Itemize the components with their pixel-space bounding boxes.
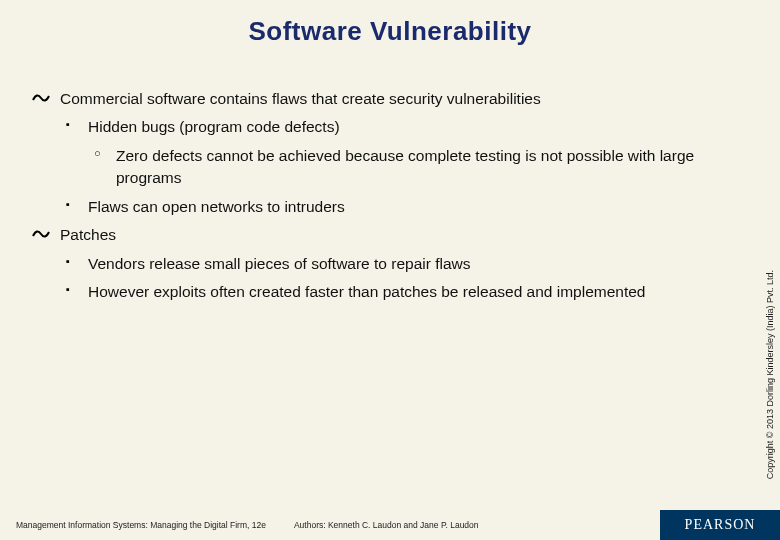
bullet-text: Hidden bugs (program code defects) [88, 118, 340, 135]
slide-title: Software Vulnerability [0, 0, 780, 47]
footer: Management Information Systems: Managing… [0, 510, 780, 540]
publisher-logo: PEARSON [660, 510, 780, 540]
bullet-text: Patches [60, 226, 116, 243]
bullet-level3: Zero defects cannot be achieved because … [32, 145, 720, 190]
wave-bullet-icon [32, 90, 52, 106]
bullet-text: Flaws can open networks to intruders [88, 198, 345, 215]
bullet-level1: Commercial software contains flaws that … [32, 88, 720, 110]
slide: Software Vulnerability Commercial softwa… [0, 0, 780, 540]
bullet-text: Commercial software contains flaws that … [60, 90, 541, 107]
bullet-level2: Hidden bugs (program code defects) [32, 116, 720, 138]
bullet-text: Vendors release small pieces of software… [88, 255, 471, 272]
bullet-level2: Vendors release small pieces of software… [32, 253, 720, 275]
bullet-level2: Flaws can open networks to intruders [32, 196, 720, 218]
copyright-notice: Copyright © 2013 Dorling Kindersley (Ind… [765, 270, 775, 479]
bullet-text: Zero defects cannot be achieved because … [116, 147, 694, 186]
bullet-level1: Patches [32, 224, 720, 246]
bullet-text: However exploits often created faster th… [88, 283, 645, 300]
wave-bullet-icon [32, 226, 52, 242]
footer-authors: Authors: Kenneth C. Laudon and Jane P. L… [294, 520, 479, 530]
footer-book-title: Management Information Systems: Managing… [16, 520, 266, 530]
bullet-level2: However exploits often created faster th… [32, 281, 720, 303]
footer-left: Management Information Systems: Managing… [0, 520, 660, 530]
slide-content: Commercial software contains flaws that … [32, 88, 720, 310]
